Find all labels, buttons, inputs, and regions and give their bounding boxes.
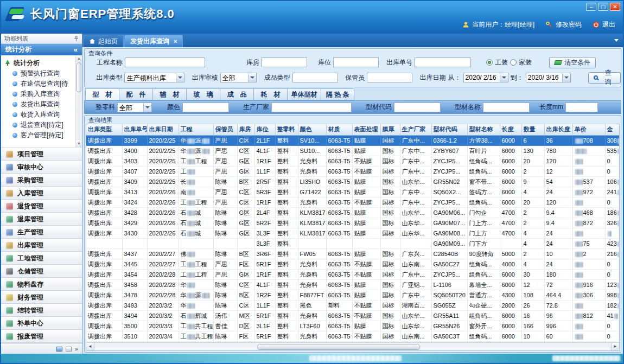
sidebar-item-supplement-center[interactable]: 补单中心 [1,317,82,330]
sidebar-item-purchase-management[interactable]: 采购管理 [1,174,82,187]
outbound-type-select[interactable]: 生产领料出库 [124,73,184,82]
clear-conditions-button[interactable]: 清空条件 [549,57,596,68]
table-row[interactable]: 调拨出库35002020/3/3工共工程曹佳D区3L1F整料LT3F606063… [86,321,620,331]
column-header[interactable]: 膜厚 [380,124,400,135]
column-header[interactable]: 长度 [500,124,521,135]
tab-start-page[interactable]: 起始页 [84,35,124,47]
project-name-input[interactable] [125,58,205,67]
column-header[interactable]: 出库日期 [147,124,179,135]
logout-button[interactable]: 退出 [593,20,615,29]
material-tab-finished[interactable]: 成 品 [220,88,253,100]
table-row[interactable]: 调拨出库34302020/2/26石城陈琳G区3L3F整料KLM38176063… [86,228,620,238]
column-header[interactable]: 保管员 [213,124,237,135]
material-tab-profile[interactable]: 型 材 [85,88,119,100]
tab-close-icon[interactable]: × [174,39,177,44]
sidebar-item-project-management[interactable]: 项目管理 [1,148,82,161]
table-row[interactable]: 调拨出库34282020/2/26石城陈琳G区2L4F整料KLM38176063… [86,207,620,218]
table-row[interactable]: 调拨出库34932020/3/2华陈琳C区1L1F整料黑色塑料不贴膜国标湖南百.… [86,300,620,310]
table-row[interactable]: 调拨出库34132020/2/26南严思C区5R3F整料G714226063-T… [86,187,620,197]
order-no-input[interactable] [415,58,471,67]
column-header[interactable]: 出库单号 [122,124,147,135]
tab-shipping-outbound-query[interactable]: 发货出库查询× [124,35,183,47]
collapse-icon[interactable]: « [74,46,78,54]
search-button[interactable]: 查 询 [588,72,621,84]
chevron-down-icon[interactable] [500,73,508,82]
sidebar-item-audit-center[interactable]: 审核中心 [1,161,82,174]
tab-list-chevron-icon[interactable] [614,39,619,42]
sidebar-item-site-management[interactable]: 工地管理 [1,252,82,265]
table-row[interactable]: 调拨出库34242020/2/26工工程严思C区1R1F整料光身料6063-T5… [86,197,620,207]
scroll-down-icon[interactable]: ▼ [76,141,82,147]
chevron-down-icon[interactable] [143,103,151,112]
profile-name-input[interactable] [483,103,530,112]
scrollbar-thumb[interactable] [257,344,420,350]
radio-home-decor[interactable]: 家装 [510,58,532,67]
whole-part-select[interactable]: 全部 [117,103,152,112]
table-row[interactable]: 调拨出库34542020/2/28工工程严思G区1R1F整料光身料6063-T5… [86,269,620,279]
chevron-down-icon[interactable] [562,73,570,82]
sidebar-item-scrap-management[interactable]: 报废管理 [1,330,82,343]
tree-item-purchase-inbound-query[interactable]: 采购入库查询 [4,89,75,99]
column-header[interactable]: 颜色 [298,124,326,135]
product-type-input[interactable] [292,73,338,82]
sidebar-item-carryover-management[interactable]: 结转管理 [1,304,82,317]
sidebar-item-inbound-management[interactable]: 入库管理 [1,187,82,200]
close-button[interactable]: ✕ [610,3,620,11]
overflow-chevron-icon[interactable]: » [75,346,78,352]
location-input[interactable] [333,58,379,67]
column-header[interactable]: 整零料 [275,124,298,135]
sidebar-item-return-store-management[interactable]: 退库管理 [1,213,82,226]
date-to-picker[interactable]: 2020/ 3/16 [526,73,571,82]
material-tab-single-profile[interactable]: 单体型材 [287,88,321,100]
change-password-link[interactable]: 修改密码 [545,20,582,29]
tree-item-return-query[interactable]: 退货查询[待定] [4,120,75,130]
table-row[interactable]: 调拨出库34372020/2/27佛陈琳B区3R6F整料FW056063-T5贴… [86,248,620,259]
table-row[interactable]: 调拨出库35102020/3/4工共工程陈琳F区5R1F整料光身料6063-T5… [86,331,620,341]
sidebar-item-material-inventory[interactable]: 物料盘存 [1,278,82,291]
sidebar-section-header[interactable]: 统计分析 « [1,44,82,55]
radio-work-uniform[interactable]: 工装 [486,58,508,67]
column-header[interactable]: 出库类型 [86,124,122,135]
material-tab-auxiliary[interactable]: 辅 材 [152,88,186,100]
table-row[interactable]: 3L3F整料GA90M09...门下方42475423 [86,238,620,248]
pin-icon[interactable] [74,36,79,42]
column-header[interactable]: 数量 [521,124,544,135]
table-row[interactable]: 调拨出库34072020/2/25工严思G区1L1F整料光身料6063-T5不贴… [86,166,620,176]
table-row[interactable]: 调拨出库34032020/2/25工工程严思G区1R1F整料光身料6063-T5… [86,156,620,166]
chevron-down-icon[interactable] [176,73,184,82]
sidebar-item-outbound-management[interactable]: 出库管理 [1,239,82,252]
length-input[interactable] [565,103,598,112]
column-header[interactable]: 金 [605,124,620,135]
minimize-button[interactable]: – [586,3,596,11]
column-header[interactable]: 型材代码 [431,124,467,135]
date-from-picker[interactable]: 2020/ 2/16 [463,73,508,82]
table-row[interactable]: 调拨出库34452020/2/27工工程严思F区5R1F整料光身料6063-T5… [86,259,620,269]
warehouse-input[interactable] [262,58,307,67]
keeper-input[interactable] [367,73,412,82]
column-header[interactable]: 库房 [237,124,254,135]
tree-item-in-transit-info-query[interactable]: 在途信息查询[待 [4,79,75,89]
monitor-icon[interactable] [56,347,62,352]
maximize-button[interactable]: ▢ [598,3,608,11]
tree-item-shipping-outbound-query[interactable]: 发货出库查询 [4,99,75,110]
sidebar-item-return-goods-management[interactable]: 退货管理 [1,200,82,213]
column-header[interactable]: 工程 [179,124,213,135]
column-header[interactable]: 材质 [326,124,352,135]
column-header[interactable]: 生产厂家 [400,124,431,135]
scrollbar-thumb[interactable] [77,62,81,92]
sidebar-item-finance-management[interactable]: 财务管理 [1,291,82,304]
material-tab-insulation-strip[interactable]: 隔 热 条 [321,88,354,100]
column-header[interactable]: 库位 [254,124,275,135]
tree-scrollbar[interactable]: ▲ ▼ [75,55,82,147]
chevron-down-icon[interactable] [248,73,256,82]
tree-item-warning-exec-query[interactable]: 预警执行查询 [4,68,75,79]
audit-select[interactable]: 全部 [220,73,257,82]
table-row[interactable]: 调拨出库34092020/2/25长陈琳B区2R5F整料LI35HO6063-T… [86,176,620,187]
column-header[interactable]: 表面处理 [352,124,380,135]
table-row[interactable]: 调拨出库33992020/2/25华源严思C区2L1F整料SV10...6063… [86,135,620,145]
table-row[interactable]: 调拨出库34942020/3/2石辉城汤伟M区5R1F整料光身料6063-T5不… [86,310,620,321]
sidebar-item-warehouse-management[interactable]: 仓储管理 [1,265,82,278]
table-row[interactable]: 调拨出库34292020/2/26石城陈琳G区5R2F整料KLM38176063… [86,218,620,228]
horizontal-scrollbar[interactable]: ◄ ► [86,342,619,350]
column-header[interactable]: 出库长度 [544,124,572,135]
